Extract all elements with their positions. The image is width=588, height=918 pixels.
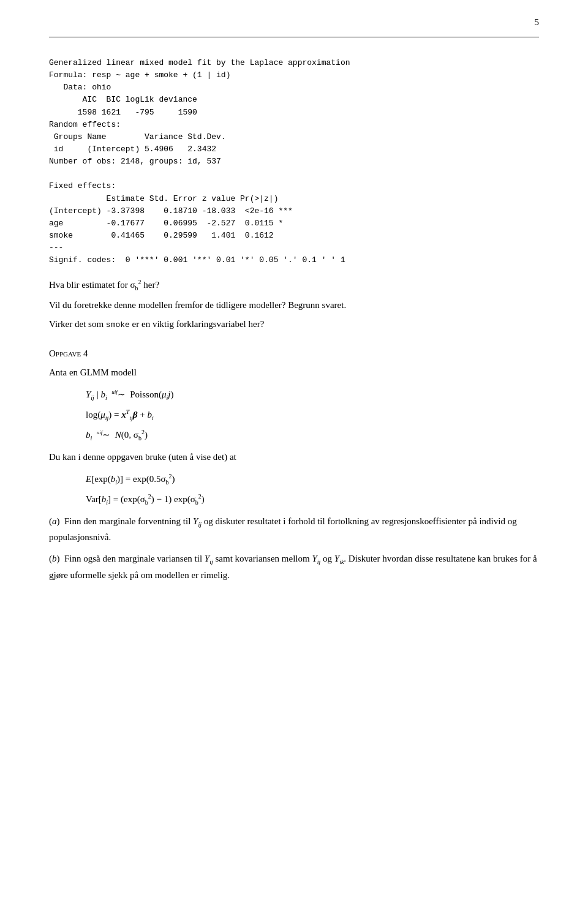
part-a: (a) Finn den marginale forventning til Y… (49, 514, 539, 545)
du-kan-text: Du kan i denne oppgaven bruke (uten å vi… (49, 450, 539, 465)
question-smoke: Virker det som smoke er en viktig forkla… (49, 317, 539, 332)
page-number: 5 (535, 17, 540, 28)
math-model: Yij | bi uif∼ Poisson(μij) log(μij) = xT… (86, 385, 539, 445)
model-title: Generalized linear mixed model fit by th… (49, 58, 350, 67)
random-effects-header: Random effects: (49, 120, 121, 129)
oppgave-heading: Oppgave 4 (49, 348, 539, 359)
model-output-block: Generalized linear mixed model fit by th… (49, 57, 539, 266)
dashes-line: --- (49, 243, 63, 252)
math-Var: Var[bi] = (exp(σb2) − 1) exp(σb2) (86, 490, 539, 509)
math-formulas: E[exp(bi)] = exp(0.5σb2) Var[bi] = (exp(… (86, 470, 539, 509)
smoke-code: smoke (106, 320, 130, 329)
fit-values: 1598 1621 -795 1590 (49, 108, 197, 117)
groups-line: Groups Name Variance Std.Dev. (49, 132, 226, 141)
page: 5 Generalized linear mixed model fit by … (0, 0, 588, 625)
id-line: id (Intercept) 5.4906 2.3432 (49, 145, 226, 154)
fixed-effects-header: Fixed effects: (49, 181, 116, 190)
questions-block: Hva blir estimatet for σb2 her? Vil du f… (49, 277, 539, 331)
oppgave-label: Oppgave 4 (49, 348, 88, 358)
math-line-1: Yij | bi uif∼ Poisson(μij) (86, 385, 539, 404)
question-sigma: Hva blir estimatet for σb2 her? (49, 277, 539, 294)
signif-line: Signif. codes: 0 '***' 0.001 '**' 0.01 '… (49, 255, 345, 265)
top-rule (49, 37, 539, 37)
fixed-header: Estimate Std. Error z value Pr(>|z|) (49, 194, 298, 203)
math-line-3: bi uif∼ N(0, σb2) (86, 426, 539, 445)
math-E: E[exp(bi)] = exp(0.5σb2) (86, 470, 539, 489)
formula-line: Formula: resp ~ age + smoke + (1 | id) (49, 70, 230, 80)
oppgave-intro: Anta en GLMM modell (49, 365, 539, 380)
data-line: Data: ohio (49, 83, 111, 92)
age-line: age -0.17677 0.06995 -2.527 0.0115 * (49, 219, 293, 228)
part-b: (b) Finn også den marginale variansen ti… (49, 551, 539, 582)
question-prefer: Vil du foretrekke denne modellen fremfor… (49, 298, 539, 313)
part-questions: (a) Finn den marginale forventning til Y… (49, 514, 539, 583)
smoke-line: smoke 0.41465 0.29599 1.401 0.1612 (49, 231, 293, 240)
oppgave-section: Oppgave 4 Anta en GLMM modell Yij | bi u… (49, 348, 539, 582)
fit-header: AIC BIC logLik deviance (49, 95, 197, 104)
math-line-2: log(μij) = xTijβ + bi (86, 405, 539, 424)
intercept-line: (Intercept) -3.37398 0.18710 -18.033 <2e… (49, 206, 293, 216)
obs-line: Number of obs: 2148, groups: id, 537 (49, 157, 221, 166)
